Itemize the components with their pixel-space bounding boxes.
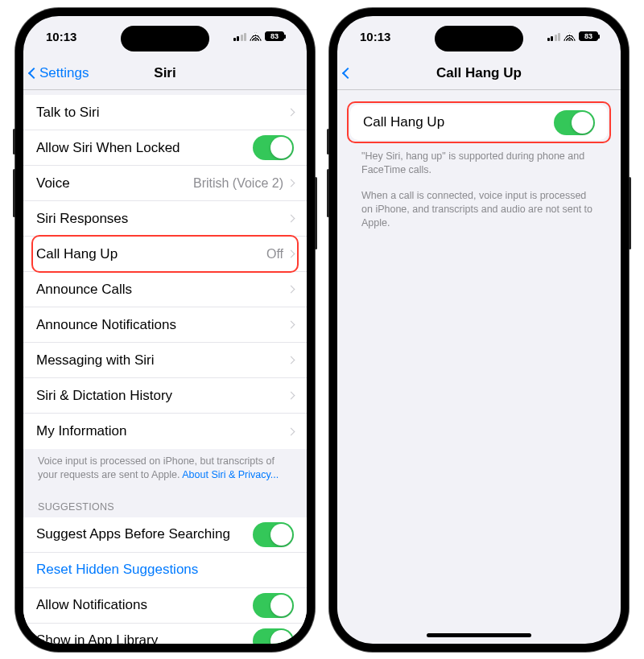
chevron-left-icon — [28, 67, 39, 78]
toggle-allow-notifications[interactable] — [253, 593, 294, 618]
toggle-allow-siri-when-locked[interactable] — [253, 135, 294, 160]
home-indicator[interactable] — [427, 633, 531, 637]
row-label: Messaging with Siri — [36, 352, 283, 369]
chevron-right-icon — [287, 215, 295, 223]
row-label: Suggest Apps Before Searching — [36, 526, 248, 542]
back-button[interactable]: Settings — [30, 65, 89, 81]
row-label: Allow Notifications — [36, 597, 248, 613]
row-call-hang-up[interactable]: Call Hang Up Off — [23, 237, 307, 272]
footer-privacy: When a call is connected, voice input is… — [337, 183, 621, 237]
row-label: Siri & Dictation History — [36, 388, 283, 404]
chevron-right-icon — [287, 179, 295, 187]
dynamic-island — [121, 26, 209, 51]
toggle-call-hang-up[interactable] — [554, 110, 595, 135]
toggle-show-in-app-library[interactable] — [253, 628, 294, 644]
row-my-information[interactable]: My Information — [23, 414, 307, 449]
battery-level: 83 — [584, 32, 592, 40]
back-label: Settings — [39, 65, 89, 81]
row-allow-notifications[interactable]: Allow Notifications — [23, 588, 307, 624]
settings-list: Talk to Siri Allow Siri When Locked Voic… — [23, 95, 307, 449]
toggle-suggest-apps[interactable] — [253, 522, 294, 547]
status-time: 10:13 — [360, 30, 390, 43]
footer-hey-siri: "Hey Siri, hang up" is supported during … — [337, 140, 621, 183]
back-button[interactable] — [344, 69, 352, 77]
row-label: Siri Responses — [36, 211, 283, 227]
about-siri-privacy-link[interactable]: About Siri & Privacy... — [182, 469, 279, 480]
row-label: Call Hang Up — [363, 114, 549, 130]
row-label: Call Hang Up — [36, 246, 262, 262]
chevron-right-icon — [287, 250, 295, 258]
chevron-right-icon — [287, 427, 295, 435]
wifi-icon — [250, 32, 262, 41]
row-label: Voice — [36, 175, 188, 192]
row-talk-to-siri[interactable]: Talk to Siri — [23, 95, 307, 130]
row-call-hang-up-toggle[interactable]: Call Hang Up — [350, 105, 608, 140]
nav-bar: Settings Siri — [23, 56, 307, 90]
cellular-signal-icon — [233, 32, 247, 41]
row-show-in-app-library[interactable]: Show in App Library — [23, 624, 307, 644]
wifi-icon — [564, 32, 576, 41]
suggestions-list: Suggest Apps Before Searching Reset Hidd… — [23, 517, 307, 644]
row-voice[interactable]: Voice British (Voice 2) — [23, 166, 307, 201]
row-label: Announce Notifications — [36, 317, 283, 333]
nav-bar: Call Hang Up — [337, 56, 621, 90]
row-announce-notifications[interactable]: Announce Notifications — [23, 307, 307, 343]
chevron-right-icon — [287, 321, 295, 329]
chevron-right-icon — [287, 109, 295, 117]
call-hang-up-group: Call Hang Up — [350, 105, 608, 140]
siri-privacy-footer: Voice input is processed on iPhone, but … — [23, 449, 307, 488]
row-label: My Information — [36, 423, 283, 439]
chevron-right-icon — [287, 356, 295, 365]
row-messaging-with-siri[interactable]: Messaging with Siri — [23, 343, 307, 378]
row-label: Show in App Library — [36, 632, 248, 644]
chevron-left-icon — [342, 67, 353, 78]
section-header-suggestions: SUGGESTIONS — [23, 488, 307, 517]
row-reset-hidden-suggestions[interactable]: Reset Hidden Suggestions — [23, 553, 307, 588]
row-value: British (Voice 2) — [193, 176, 283, 191]
chevron-right-icon — [287, 286, 295, 294]
battery-level: 83 — [270, 32, 279, 40]
battery-icon: 83 — [579, 31, 598, 41]
row-label: Announce Calls — [36, 282, 283, 298]
chevron-right-icon — [287, 392, 295, 400]
row-allow-siri-when-locked[interactable]: Allow Siri When Locked — [23, 130, 307, 166]
battery-icon: 83 — [265, 31, 284, 41]
iphone-left: 10:13 83 Settings Siri Talk to Siri — [15, 8, 315, 652]
row-label: Talk to Siri — [36, 105, 283, 121]
page-title: Call Hang Up — [337, 65, 621, 81]
iphone-right: 10:13 83 Call Hang Up Call Hang Up — [329, 8, 629, 652]
row-label: Allow Siri When Locked — [36, 140, 248, 156]
row-announce-calls[interactable]: Announce Calls — [23, 272, 307, 307]
row-siri-responses[interactable]: Siri Responses — [23, 201, 307, 237]
cellular-signal-icon — [547, 32, 561, 41]
row-label: Reset Hidden Suggestions — [36, 562, 294, 578]
dynamic-island — [435, 26, 523, 51]
row-value: Off — [266, 247, 283, 262]
status-time: 10:13 — [46, 30, 76, 43]
row-siri-dictation-history[interactable]: Siri & Dictation History — [23, 378, 307, 414]
row-suggest-apps-before-searching[interactable]: Suggest Apps Before Searching — [23, 517, 307, 553]
